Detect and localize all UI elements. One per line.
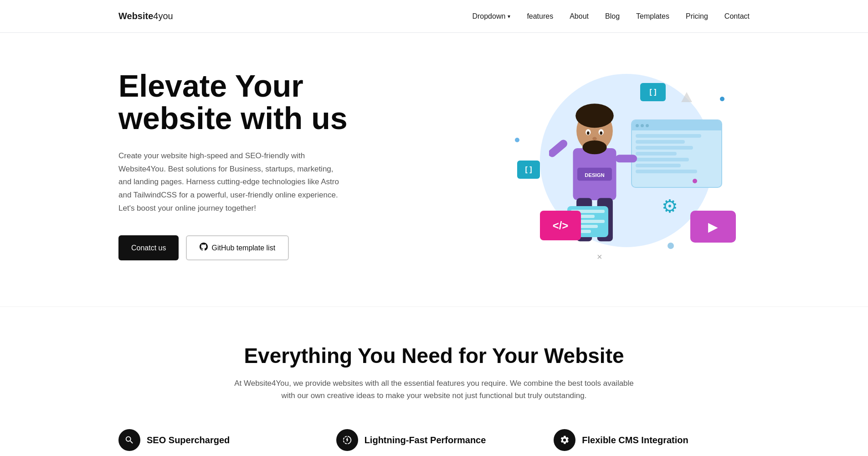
- illustration-browser: [631, 119, 722, 188]
- hero-title: Elevate Your website with us: [118, 70, 401, 135]
- nav-dropdown-label: Dropdown: [472, 12, 505, 21]
- brand-name-bold: Website: [118, 11, 153, 21]
- navbar: Website4you Dropdown ▾ features About Bl…: [0, 0, 868, 33]
- hero-section: Elevate Your website with us Create your…: [0, 33, 868, 306]
- hero-buttons: Conatct us GitHub template list: [118, 235, 401, 260]
- illustration-bracket-left: [ ]: [517, 161, 540, 179]
- features-title: Everything You Need for Your Website: [118, 343, 750, 368]
- svg-point-14: [592, 137, 597, 140]
- cms-icon: [554, 429, 575, 451]
- svg-point-5: [582, 140, 606, 154]
- nav-link-blog[interactable]: Blog: [605, 12, 620, 20]
- nav-link-templates[interactable]: Templates: [636, 12, 669, 20]
- nav-links: Dropdown ▾ features About Blog Templates…: [472, 12, 750, 21]
- feature-name-seo: SEO Supercharged: [147, 435, 230, 446]
- nav-item-pricing[interactable]: Pricing: [686, 12, 708, 21]
- nav-item-features[interactable]: features: [527, 12, 553, 21]
- feature-item-seo: SEO Supercharged We optimize your websit…: [118, 429, 314, 456]
- decoration-dot: [693, 179, 697, 183]
- nav-link-about[interactable]: About: [570, 12, 589, 20]
- hero-illustration: [ ] ✕ [ ] 🔧: [513, 69, 750, 261]
- features-subtitle: At Website4You, we provide websites with…: [229, 377, 639, 402]
- decoration-dot: [720, 97, 724, 101]
- chevron-down-icon: ▾: [508, 13, 510, 20]
- browser-line: [636, 146, 693, 150]
- illustration-triangle: [681, 92, 692, 102]
- feature-header-performance: Lightning-Fast Performance: [336, 429, 532, 451]
- github-template-button[interactable]: GitHub template list: [186, 235, 289, 260]
- brand-name-rest: 4you: [153, 11, 173, 21]
- decoration-dot: [668, 243, 674, 249]
- contact-us-button[interactable]: Conatct us: [118, 235, 179, 260]
- illustration-gear-icon: ⚙: [658, 195, 681, 218]
- browser-line: [636, 158, 689, 161]
- illustration-bracket-right: [ ]: [640, 83, 666, 101]
- nav-link-features[interactable]: features: [527, 12, 553, 20]
- nav-item-about[interactable]: About: [570, 12, 589, 21]
- browser-line: [636, 170, 697, 173]
- features-grid: SEO Supercharged We optimize your websit…: [118, 429, 750, 456]
- illustration-code-badge: </>: [540, 211, 581, 240]
- svg-point-11: [587, 131, 590, 135]
- browser-bar: [632, 120, 721, 130]
- browser-dot: [641, 124, 644, 127]
- feature-item-performance: Lightning-Fast Performance We ensure you…: [336, 429, 532, 456]
- browser-line: [636, 134, 701, 138]
- nav-link-contact[interactable]: Contact: [724, 12, 750, 20]
- svg-rect-6: [549, 138, 569, 159]
- nav-item-blog[interactable]: Blog: [605, 12, 620, 21]
- decoration-x: ×: [597, 252, 602, 262]
- svg-rect-7: [616, 155, 637, 162]
- browser-line: [636, 152, 677, 155]
- brand-logo[interactable]: Website4you: [118, 11, 173, 21]
- browser-line: [636, 140, 685, 144]
- feature-name-performance: Lightning-Fast Performance: [365, 435, 486, 446]
- nav-item-contact[interactable]: Contact: [724, 12, 750, 21]
- svg-text:DESIGN: DESIGN: [585, 172, 605, 178]
- svg-point-4: [575, 104, 614, 128]
- performance-icon: [336, 429, 358, 451]
- feature-name-cms: Flexible CMS Integration: [582, 435, 688, 446]
- nav-item-templates[interactable]: Templates: [636, 12, 669, 21]
- decoration-dot: [515, 138, 519, 142]
- browser-dot: [646, 124, 649, 127]
- github-icon: [200, 243, 208, 253]
- hero-text-content: Elevate Your website with us Create your…: [118, 70, 401, 260]
- feature-item-cms: Flexible CMS Integration We seamlessly i…: [554, 429, 750, 456]
- seo-icon: [118, 429, 140, 451]
- nav-item-dropdown[interactable]: Dropdown ▾: [472, 12, 510, 21]
- illustration-video-button: ▶: [690, 211, 736, 243]
- svg-point-13: [600, 131, 602, 135]
- github-button-label: GitHub template list: [211, 244, 275, 252]
- browser-line: [636, 164, 681, 167]
- features-section: Everything You Need for Your Website At …: [0, 306, 868, 456]
- feature-header-cms: Flexible CMS Integration: [554, 429, 750, 451]
- feature-header-seo: SEO Supercharged: [118, 429, 314, 451]
- nav-link-pricing[interactable]: Pricing: [686, 12, 708, 20]
- hero-description: Create your website high-speed and SEO-f…: [118, 150, 346, 215]
- browser-content: [632, 130, 721, 179]
